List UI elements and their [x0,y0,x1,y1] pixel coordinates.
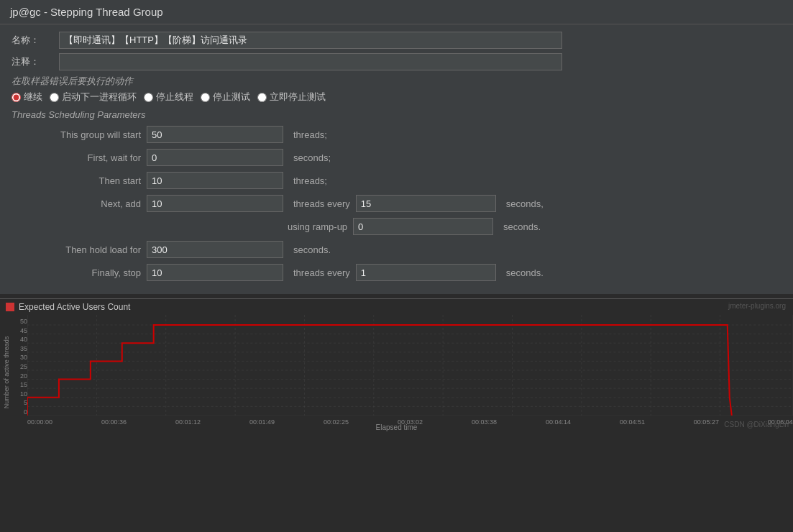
chart-svg [27,315,793,416]
radio-stop-test-now[interactable]: 立即停止测试 [257,91,326,104]
param-unit-3: threads; [293,175,327,186]
param-input-7[interactable] [147,264,283,281]
chart-icon [6,303,14,311]
radio-stop-thread-input[interactable] [144,93,153,102]
radio-continue[interactable]: 继续 [12,91,42,104]
comment-input[interactable] [59,53,562,70]
radio-continue-label: 继续 [24,91,42,104]
chart-svg-area [27,315,793,416]
param-label-4: Next, add [12,198,141,209]
param-unit-1: threads; [293,129,327,140]
scheduling-section: Threads Scheduling Parameters This group… [12,109,781,281]
param-unit-4b: seconds, [506,198,544,209]
param-unit-4: threads every [293,198,350,209]
x-tick-2: 00:01:12 [175,418,201,426]
param-input-2[interactable] [147,149,283,166]
param-input-6[interactable] [147,241,283,258]
radio-stop-test-now-input[interactable] [257,93,267,102]
radio-stop-test-input[interactable] [201,93,210,102]
param-row-4: Next, add threads every seconds, [12,195,781,212]
radio-start-next-loop[interactable]: 启动下一进程循环 [50,91,137,104]
chart-title-row: Expected Active Users Count [0,299,793,315]
param-label-3: Then start [12,175,141,186]
chart-watermark: jmeter-plugins.org [728,302,786,310]
param-unit-5: using ramp-up [288,221,347,232]
comment-row: 注释： [12,53,781,70]
radio-start-next-loop-input[interactable] [50,93,59,102]
error-action-label: 在取样器错误后要执行的动作 [12,75,781,88]
csdn-watermark: CSDN @DiXiangLin [724,421,789,428]
x-tick-7: 00:04:14 [546,418,571,426]
param-label-7: Finally, stop [12,267,141,278]
error-action-section: 在取样器错误后要执行的动作 继续 启动下一进程循环 停止线程 停止测试 立即停止… [12,75,781,104]
name-input[interactable] [59,32,562,49]
radio-stop-test-label: 停止测试 [213,91,250,104]
y-ticks: 0 5 10 15 20 25 30 35 40 45 50 [12,315,27,416]
x-tick-1: 00:00:36 [101,418,127,426]
chart-container: Number of active threads 0 5 10 15 20 25… [0,315,793,431]
chart-title-text: Expected Active Users Count [19,302,130,312]
param-label-6: Then hold load for [12,244,141,255]
param-input-4[interactable] [147,195,283,212]
radio-start-next-loop-label: 启动下一进程循环 [62,91,137,104]
comment-label: 注释： [12,55,55,68]
x-tick-6: 00:03:38 [472,418,497,426]
param-input-1[interactable] [147,126,283,143]
name-row: 名称： [12,32,781,49]
param-row-5: using ramp-up seconds. [12,218,781,235]
param-unit-2: seconds; [293,152,331,163]
main-content: 名称： 注释： 在取样器错误后要执行的动作 继续 启动下一进程循环 停止线程 停 [0,24,793,294]
x-tick-3: 00:01:49 [249,418,275,426]
x-tick-8: 00:04:51 [620,418,645,426]
y-axis-label: Number of active threads [3,336,10,409]
error-action-row: 继续 启动下一进程循环 停止线程 停止测试 立即停止测试 [12,91,781,104]
window-title: jp@gc - Stepping Thread Group [10,6,163,18]
name-label: 名称： [12,34,55,47]
x-axis-label: Elapsed time [376,423,418,431]
chart-area: Expected Active Users Count jmeter-plugi… [0,298,793,442]
param-unit-7: threads every [293,267,350,278]
param-unit-5b: seconds. [503,221,541,232]
x-tick-9: 00:05:27 [694,418,719,426]
param-row-6: Then hold load for seconds. [12,241,781,258]
radio-stop-thread-label: 停止线程 [156,91,193,104]
param-row-1: This group will start threads; [12,126,781,143]
param-input-7b[interactable] [356,264,496,281]
param-label-2: First, wait for [12,152,141,163]
param-row-7: Finally, stop threads every seconds. [12,264,781,281]
title-bar: jp@gc - Stepping Thread Group [0,0,793,24]
radio-stop-test-now-label: 立即停止测试 [270,91,326,104]
param-row-3: Then start threads; [12,172,781,189]
param-unit-7b: seconds. [506,267,544,278]
radio-stop-thread[interactable]: 停止线程 [144,91,193,104]
param-input-3[interactable] [147,172,283,189]
radio-continue-input[interactable] [12,93,21,102]
radio-stop-test[interactable]: 停止测试 [201,91,250,104]
x-tick-0: 00:00:00 [27,418,52,426]
param-input-4b[interactable] [356,195,496,212]
param-label-1: This group will start [12,129,141,140]
param-row-2: First, wait for seconds; [12,149,781,166]
param-unit-6: seconds. [293,244,331,255]
scheduling-title: Threads Scheduling Parameters [12,109,781,120]
param-input-5b[interactable] [353,218,493,235]
x-tick-4: 00:02:25 [324,418,349,426]
